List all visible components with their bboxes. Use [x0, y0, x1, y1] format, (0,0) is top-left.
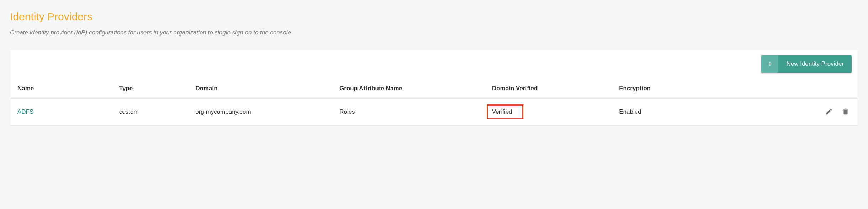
column-header-group-attribute: Group Attribute Name [332, 79, 485, 99]
plus-icon: + [761, 55, 778, 73]
edit-icon[interactable] [824, 107, 834, 117]
column-header-type: Type [112, 79, 188, 99]
provider-type: custom [112, 99, 188, 125]
provider-domain-verified: Verified [485, 99, 612, 125]
provider-name-link[interactable]: ADFS [10, 99, 112, 125]
card-header: + New Identity Provider [10, 49, 858, 79]
column-header-actions [764, 79, 858, 99]
provider-group-attribute: Roles [332, 99, 485, 125]
providers-table: Name Type Domain Group Attribute Name Do… [10, 79, 858, 125]
column-header-encryption: Encryption [612, 79, 764, 99]
delete-icon[interactable] [841, 107, 851, 117]
column-header-domain: Domain [188, 79, 332, 99]
new-identity-provider-label: New Identity Provider [778, 55, 852, 73]
table-row: ADFS custom org.mycompany.com Roles Veri… [10, 99, 858, 125]
page-title: Identity Providers [10, 11, 858, 23]
verified-highlight: Verified [487, 104, 523, 119]
page-description: Create identity provider (IdP) configura… [10, 29, 858, 36]
row-actions [764, 99, 858, 125]
provider-encryption: Enabled [612, 99, 764, 125]
column-header-name: Name [10, 79, 112, 99]
providers-card: + New Identity Provider Name Type Domain… [10, 49, 858, 126]
provider-domain: org.mycompany.com [188, 99, 332, 125]
new-identity-provider-button[interactable]: + New Identity Provider [761, 55, 852, 73]
column-header-domain-verified: Domain Verified [485, 79, 612, 99]
